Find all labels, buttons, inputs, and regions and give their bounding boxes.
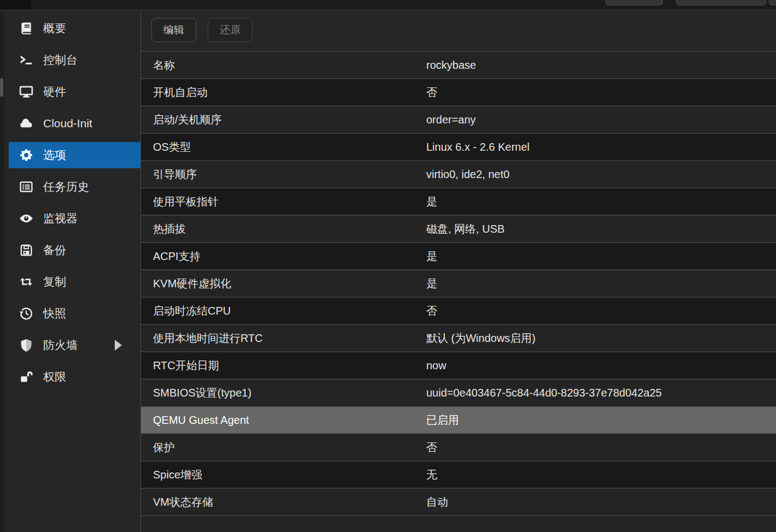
row-value: 磁盘, 网络, USB	[426, 216, 504, 242]
row-value: 否	[426, 79, 437, 105]
sidebar-item-console[interactable]: 控制台	[9, 47, 140, 73]
sidebar-item-hardware[interactable]: 硬件	[9, 79, 140, 105]
table-row-name[interactable]: 名称 rockybase	[141, 52, 776, 79]
floppy-icon	[18, 243, 34, 258]
vm-sidebar-menu: 概要 控制台 硬件 Cloud-Init 选项	[4, 10, 140, 532]
table-row-protection[interactable]: 保护 否	[141, 434, 776, 462]
top-toolbar-corner	[0, 0, 31, 10]
history-icon	[18, 306, 34, 321]
row-value: 默认 (为Windows启用)	[426, 325, 536, 351]
row-value: 否	[426, 298, 437, 324]
table-row-vmstate-storage[interactable]: VM状态存储 自动	[141, 489, 776, 516]
row-value: 是	[426, 243, 437, 269]
row-value: 是	[426, 270, 437, 297]
vm-options-page: 概要 控制台 硬件 Cloud-Init 选项	[0, 0, 776, 532]
sidebar-item-label: 控制台	[43, 52, 78, 68]
table-row-startup-order[interactable]: 启动/关机顺序 order=any	[141, 107, 776, 134]
table-row-rtc-start[interactable]: RTC开始日期 now	[141, 352, 776, 380]
edit-button[interactable]: 编辑	[151, 18, 196, 42]
row-value: order=any	[426, 107, 476, 133]
sidebar-item-label: 快照	[43, 306, 66, 321]
revert-button[interactable]: 还原	[208, 18, 252, 42]
sidebar-item-label: 防火墙	[43, 338, 78, 353]
sidebar-item-replication[interactable]: 复制	[9, 269, 140, 295]
cloud-icon	[18, 116, 34, 131]
row-label: KVM硬件虚拟化	[153, 270, 231, 297]
table-row-acpi[interactable]: ACPI支持 是	[141, 243, 776, 270]
options-toolbar: 编辑 还原	[141, 10, 776, 52]
sidebar-item-label: 选项	[43, 147, 66, 163]
sidebar-item-label: Cloud-Init	[43, 117, 92, 130]
row-label: 引导顺序	[153, 161, 197, 187]
row-label: 热插拔	[153, 216, 186, 242]
sidebar-item-permissions[interactable]: 权限	[9, 364, 140, 390]
row-label: 名称	[153, 52, 175, 78]
row-label: Spice增强	[153, 462, 202, 488]
top-partial-button-3[interactable]	[769, 0, 776, 5]
table-row-localtime-rtc[interactable]: 使用本地时间进行RTC 默认 (为Windows启用)	[141, 325, 776, 352]
desktop-icon	[18, 84, 34, 99]
row-value: uuid=0e403467-5c84-44d0-8293-37e78d042a2…	[426, 380, 662, 406]
row-label: 开机自启动	[153, 79, 208, 105]
table-row-qemu-agent[interactable]: QEMU Guest Agent 已启用	[141, 407, 776, 434]
retweet-icon	[18, 274, 34, 289]
eye-icon	[18, 211, 34, 226]
shield-icon	[18, 338, 34, 353]
row-label: RTC开始日期	[153, 352, 219, 379]
sidebar-item-label: 备份	[43, 243, 66, 258]
row-value: rockybase	[426, 52, 476, 78]
row-value: 是	[426, 188, 437, 215]
sidebar-item-monitor[interactable]: 监视器	[9, 205, 140, 232]
row-label: 启动时冻结CPU	[153, 298, 231, 324]
sidebar-item-label: 任务历史	[43, 179, 89, 194]
terminal-icon	[18, 52, 34, 68]
sidebar-item-firewall[interactable]: 防火墙	[9, 332, 140, 358]
book-icon	[18, 21, 34, 36]
row-value: Linux 6.x - 2.6 Kernel	[426, 134, 530, 160]
top-toolbar-strip	[0, 0, 776, 10]
row-label: 启动/关机顺序	[153, 107, 222, 133]
list-icon	[18, 179, 34, 194]
table-row-tablet[interactable]: 使用平板指针 是	[141, 188, 776, 216]
sidebar-item-label: 概要	[43, 21, 66, 36]
tree-panel-edge	[0, 10, 4, 532]
top-partial-button-1[interactable]	[605, 0, 663, 5]
row-value: 已启用	[426, 407, 459, 433]
row-label: 使用平板指针	[153, 188, 219, 215]
row-value: 自动	[426, 489, 448, 515]
table-row-boot-order[interactable]: 引导顺序 virtio0, ide2, net0	[141, 161, 776, 188]
scrollbar-thumb[interactable]	[0, 78, 3, 97]
table-row-spice[interactable]: Spice增强 无	[141, 462, 776, 489]
sidebar-item-label: 权限	[43, 369, 66, 385]
table-row-onboot[interactable]: 开机自启动 否	[141, 79, 776, 107]
sidebar-item-label: 监视器	[43, 211, 78, 226]
row-label: SMBIOS设置(type1)	[153, 380, 251, 406]
row-value: now	[426, 352, 446, 379]
row-label: ACPI支持	[153, 243, 201, 269]
top-partial-button-2[interactable]	[676, 0, 766, 5]
unlock-icon	[18, 369, 34, 385]
options-panel: 编辑 还原 名称 rockybase 开机自启动 否 启动/关机顺序 order…	[140, 10, 776, 532]
table-row-hotplug[interactable]: 热插拔 磁盘, 网络, USB	[141, 216, 776, 243]
sidebar-item-summary[interactable]: 概要	[9, 15, 140, 42]
sidebar-item-options[interactable]: 选项	[9, 142, 140, 168]
gear-icon	[18, 147, 34, 163]
options-grid: 名称 rockybase 开机自启动 否 启动/关机顺序 order=any O…	[141, 52, 776, 516]
sidebar-item-task-history[interactable]: 任务历史	[9, 174, 140, 200]
sidebar-item-cloudinit[interactable]: Cloud-Init	[9, 110, 140, 137]
table-row-kvm[interactable]: KVM硬件虚拟化 是	[141, 270, 776, 298]
sidebar-item-backup[interactable]: 备份	[9, 237, 140, 263]
row-label: VM状态存储	[153, 489, 213, 515]
row-value: virtio0, ide2, net0	[426, 161, 509, 187]
row-label: 保护	[153, 434, 175, 460]
submenu-caret-icon[interactable]	[115, 340, 122, 351]
row-label: OS类型	[153, 134, 191, 160]
row-value: 无	[426, 462, 437, 488]
row-label: QEMU Guest Agent	[153, 407, 249, 433]
table-row-ostype[interactable]: OS类型 Linux 6.x - 2.6 Kernel	[141, 134, 776, 161]
table-row-smbios[interactable]: SMBIOS设置(type1) uuid=0e403467-5c84-44d0-…	[141, 380, 776, 407]
table-row-freeze-cpu[interactable]: 启动时冻结CPU 否	[141, 298, 776, 325]
row-label: 使用本地时间进行RTC	[153, 325, 263, 351]
sidebar-item-label: 复制	[43, 274, 66, 289]
sidebar-item-snapshots[interactable]: 快照	[9, 300, 140, 327]
